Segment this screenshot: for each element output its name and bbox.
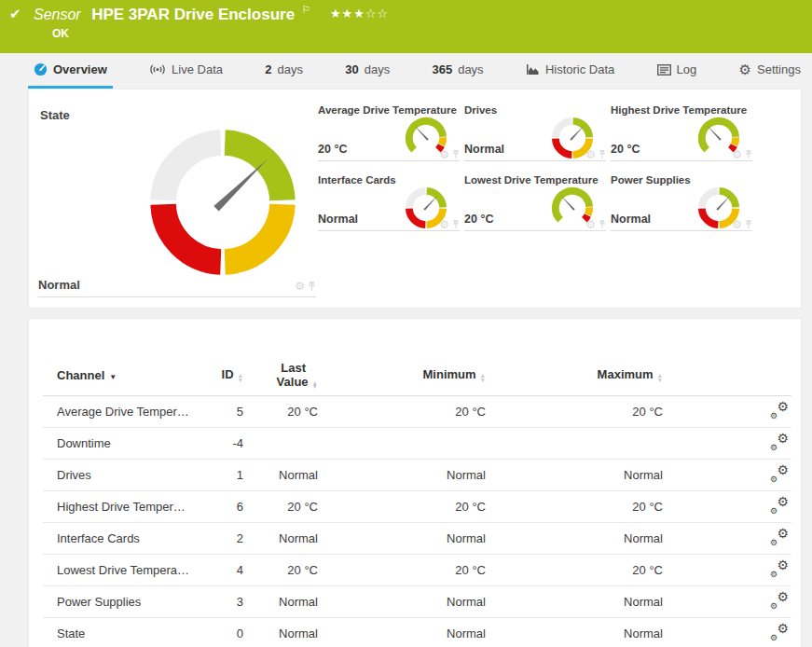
edit-channel-icon[interactable]: ⚙⚙ <box>769 401 790 420</box>
edit-channel-icon[interactable]: ⚙⚙ <box>769 623 790 641</box>
gauge-needle <box>213 157 269 211</box>
channel-name[interactable]: State <box>43 626 192 640</box>
sensor-title: HPE 3PAR Drive Enclosure <box>91 6 295 23</box>
edit-channel-icon[interactable]: ⚙⚙ <box>769 433 790 451</box>
channel-name[interactable]: Highest Drive Temper… <box>43 500 192 514</box>
gauge-icon <box>34 62 48 76</box>
priority-flag-icon[interactable]: ⚐ <box>302 4 311 15</box>
channels-panel: Channel▼ ID▲▼ Last Value▲▼ Minimum▲▼ Max… <box>28 318 802 647</box>
table-row[interactable]: Downtime -4 ⚙⚙ <box>43 428 791 460</box>
tab-log[interactable]: Log <box>652 53 703 89</box>
priority-stars[interactable]: ★★★☆☆ <box>330 7 389 21</box>
channel-table-header: Channel▼ ID▲▼ Last Value▲▼ Minimum▲▼ Max… <box>43 354 791 396</box>
pin-icon[interactable] <box>452 219 460 229</box>
gauge-settings-icon[interactable]: ⚙ <box>439 220 449 229</box>
ok-check-icon: ✔ <box>9 6 21 22</box>
tab-bar: Overview Live Data 2 days 30 days 365 da… <box>0 53 812 89</box>
tab-live-data[interactable]: Live Data <box>144 53 228 89</box>
tab-settings[interactable]: ⚙ Settings <box>734 53 806 89</box>
mini-gauge-lowest-drive-temperature: Lowest Drive Temperature 20 °C ⚙ <box>464 172 606 231</box>
pin-icon[interactable] <box>745 219 752 229</box>
table-row[interactable]: State 0 Normal Normal Normal ⚙⚙ <box>43 618 791 647</box>
edit-channel-icon[interactable]: ⚙⚙ <box>769 528 790 546</box>
column-header-minimum[interactable]: Minimum▲▼ <box>318 367 486 382</box>
state-gauge <box>147 127 298 278</box>
tab-30-days[interactable]: 30 days <box>339 53 395 89</box>
pin-icon[interactable] <box>599 149 606 159</box>
pin-icon[interactable] <box>745 149 752 159</box>
channel-name[interactable]: Power Supplies <box>43 595 192 609</box>
column-header-channel[interactable]: Channel▼ <box>43 368 192 382</box>
channel-name[interactable]: Interface Cards <box>43 531 192 545</box>
mini-gauge-drives: Drives Normal ⚙ <box>464 103 606 161</box>
gauge-settings-icon[interactable]: ⚙ <box>439 150 449 159</box>
column-header-maximum[interactable]: Maximum▲▼ <box>486 367 663 382</box>
gauge-needle <box>413 124 428 140</box>
edit-channel-icon[interactable]: ⚙⚙ <box>769 464 790 483</box>
table-row[interactable]: Highest Drive Temper… 6 20 °C 20 °C 20 °… <box>43 491 791 523</box>
gauge-settings-icon[interactable]: ⚙ <box>732 220 742 229</box>
channel-name[interactable]: Downtime <box>43 436 192 450</box>
gauge-settings-icon[interactable]: ⚙ <box>585 220 596 229</box>
gauge-needle <box>423 194 438 210</box>
pin-icon[interactable] <box>308 281 316 292</box>
edit-channel-icon[interactable]: ⚙⚙ <box>769 591 790 610</box>
gauge-needle <box>716 194 731 210</box>
table-row[interactable]: Average Drive Temper… 5 20 °C 20 °C 20 °… <box>43 396 791 428</box>
pin-icon[interactable] <box>452 149 460 159</box>
gauges-panel: State Normal ⚙ Average Drive Temperature <box>28 89 802 309</box>
state-gauge-title: State <box>40 108 70 122</box>
column-header-id[interactable]: ID▲▼ <box>192 367 243 382</box>
edit-channel-icon[interactable]: ⚙⚙ <box>769 496 790 515</box>
table-row[interactable]: Power Supplies 3 Normal Normal Normal ⚙⚙ <box>43 586 791 618</box>
table-row[interactable]: Drives 1 Normal Normal Normal ⚙⚙ <box>43 460 791 491</box>
gauge-needle <box>559 194 574 210</box>
area-chart-icon <box>526 63 540 76</box>
broadcast-icon <box>149 63 166 76</box>
channel-name[interactable]: Lowest Drive Tempera… <box>43 563 192 577</box>
gauge-settings-icon[interactable]: ⚙ <box>295 282 305 291</box>
gauge-needle <box>706 124 721 140</box>
sensor-status-badge: OK <box>52 27 69 40</box>
tab-2-days[interactable]: 2 days <box>259 53 309 89</box>
mini-gauge-average-drive-temperature: Average Drive Temperature 20 °C ⚙ <box>318 103 460 161</box>
table-row[interactable]: Interface Cards 2 Normal Normal Normal ⚙… <box>43 523 791 555</box>
tab-historic-data[interactable]: Historic Data <box>520 53 620 89</box>
channel-table: Channel▼ ID▲▼ Last Value▲▼ Minimum▲▼ Max… <box>43 354 791 647</box>
object-kind-label: Sensor <box>34 7 81 22</box>
tab-overview[interactable]: Overview <box>28 53 113 89</box>
channel-name[interactable]: Drives <box>43 468 192 482</box>
pin-icon[interactable] <box>599 219 606 229</box>
sort-desc-icon: ▼ <box>109 373 117 381</box>
column-header-last-value[interactable]: Last Value▲▼ <box>243 361 318 390</box>
gauge-settings-icon[interactable]: ⚙ <box>732 150 742 159</box>
gauge-needle <box>570 124 585 140</box>
tab-365-days[interactable]: 365 days <box>426 53 489 89</box>
channel-name[interactable]: Average Drive Temper… <box>43 405 192 419</box>
state-gauge-value: Normal <box>38 278 80 292</box>
edit-channel-icon[interactable]: ⚙⚙ <box>769 559 790 578</box>
mini-gauges-grid: Average Drive Temperature 20 °C ⚙ Drives <box>318 103 752 231</box>
gauge-settings-icon[interactable]: ⚙ <box>585 150 596 159</box>
gear-icon: ⚙ <box>739 62 751 78</box>
log-icon <box>657 64 671 76</box>
mini-gauge-highest-drive-temperature: Highest Drive Temperature 20 °C ⚙ <box>611 103 752 161</box>
table-row[interactable]: Lowest Drive Tempera… 4 20 °C 20 °C 20 °… <box>43 555 791 586</box>
sort-icon: ▲▼ <box>657 374 663 382</box>
mini-gauge-power-supplies: Power Supplies Normal ⚙ <box>611 172 752 231</box>
mini-gauge-interface-cards: Interface Cards Normal ⚙ <box>318 172 460 231</box>
sensor-banner: ✔ Sensor HPE 3PAR Drive Enclosure ⚐ ★★★☆… <box>0 0 812 53</box>
